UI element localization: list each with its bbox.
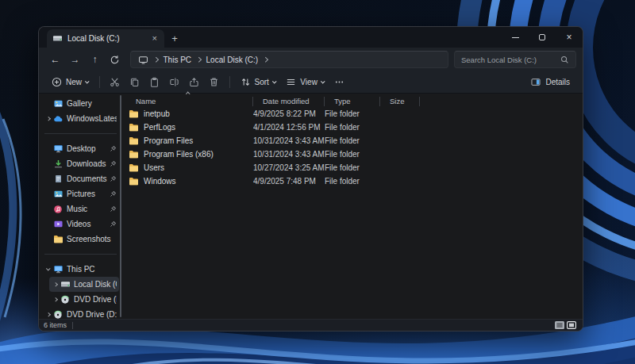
file-row-inetpub[interactable]: inetpub 4/9/2025 8:22 PM File folder [126,107,579,121]
navigation-pane: Gallery WindowsLatest Desktop [39,94,121,319]
file-row-perflogs[interactable]: PerfLogs 4/1/2024 12:56 PM File folder [126,121,579,134]
new-button[interactable]: New [47,74,94,91]
sidebar-item-desktop[interactable]: Desktop [42,141,119,156]
sidebar-item-pictures[interactable]: Pictures [42,186,119,201]
column-header-size[interactable]: Size [380,97,420,106]
pin-icon [109,160,117,167]
sidebar-item-gallery[interactable]: Gallery [42,96,119,111]
view-icon [286,77,296,87]
file-row-program-files[interactable]: Program Files 10/31/2024 3:43 AM File fo… [126,134,579,148]
pin-icon [109,220,117,228]
chevron-right-icon[interactable] [47,117,51,121]
column-header-date-modified[interactable]: Date modified [253,97,325,106]
file-row-program-files-x86[interactable]: Program Files (x86) 10/31/2024 3:43 AM F… [126,148,579,161]
file-row-users[interactable]: Users 10/27/2024 3:25 AM File folder [126,161,579,174]
drive-icon [60,280,71,289]
folder-icon [129,136,139,145]
see-more-button[interactable] [329,74,348,91]
chevron-right-icon[interactable] [54,297,58,301]
column-header-type[interactable]: Type [325,97,380,106]
breadcrumb-local-disk[interactable]: Local Disk (C:) [206,56,259,64]
cut-button[interactable] [106,74,125,91]
details-view-toggle[interactable] [555,321,564,329]
status-bar: 6 items [39,319,583,331]
sidebar-item-local-disk-c[interactable]: Local Disk (C:) [49,277,119,292]
view-button[interactable]: View [281,74,329,91]
dvd-icon [60,295,71,305]
close-button[interactable]: × [556,27,583,48]
maximize-icon [539,34,545,40]
sidebar-item-videos[interactable]: Videos [42,216,119,232]
cut-icon [110,77,120,87]
gallery-icon [52,99,64,108]
folder-icon [129,177,139,186]
paste-button[interactable] [145,74,164,91]
sidebar-item-dvd-drive-root[interactable]: DVD Drive (D:) C [42,307,119,319]
folder-icon [129,123,139,132]
onedrive-icon [52,115,64,123]
more-icon [334,77,344,87]
search-icon [560,56,569,64]
file-date: 10/31/2024 3:43 AM [253,136,325,145]
music-icon [52,205,64,214]
pin-icon [109,190,117,197]
sort-ascending-icon [187,93,190,96]
back-button[interactable]: ← [45,50,65,69]
copy-icon [129,77,140,87]
large-icons-view-toggle[interactable] [567,321,576,329]
sidebar-item-documents[interactable]: Documents [42,171,119,186]
tab-local-disk[interactable]: Local Disk (C:) × [47,29,164,48]
share-button[interactable] [185,74,204,91]
this-pc-icon [138,56,148,64]
sort-button[interactable]: Sort [236,74,281,91]
column-headers: Name Date modified Type Size [126,95,579,107]
details-label: Details [545,78,570,86]
forward-button[interactable]: → [65,50,85,69]
file-name: inetpub [144,109,170,118]
minimize-icon [512,37,519,38]
pin-icon [109,175,117,182]
sidebar-item-downloads[interactable]: Downloads [42,156,119,171]
paste-icon [149,77,160,87]
file-date: 4/1/2024 12:56 PM [253,123,325,132]
file-date: 10/31/2024 3:43 AM [253,150,325,159]
copy-button[interactable] [125,74,144,91]
delete-button[interactable] [205,74,224,91]
chevron-down-icon[interactable] [47,266,51,270]
chevron-down-icon [272,79,276,83]
pin-icon [109,145,117,152]
minimize-button[interactable] [502,27,529,48]
file-name: Program Files (x86) [144,150,214,159]
search-placeholder: Search Local Disk (C:) [461,56,556,64]
dvd-icon [52,310,64,320]
sort-icon [241,77,251,87]
pictures-icon [52,190,64,198]
sidebar-item-this-pc[interactable]: This PC [42,262,119,277]
sidebar-item-screenshots[interactable]: Screenshots [42,232,119,247]
sidebar-item-dvd-drive[interactable]: DVD Drive (D:) [49,292,119,307]
details-pane-button[interactable]: Details [525,74,575,91]
sidebar-item-windowslatest[interactable]: WindowsLatest [42,111,119,126]
up-button[interactable]: ↑ [85,50,105,69]
file-row-windows[interactable]: Windows 4/9/2025 7:48 PM File folder [126,174,579,188]
rename-button[interactable] [165,74,184,91]
item-count: 6 items [44,321,67,329]
new-tab-button[interactable]: + [164,29,185,48]
breadcrumb[interactable]: This PC Local Disk (C:) [130,51,448,68]
file-name: Users [144,163,164,172]
breadcrumb-this-pc[interactable]: This PC [164,56,192,64]
refresh-button[interactable] [105,50,125,69]
tab-close-icon[interactable]: × [151,34,159,43]
maximize-button[interactable] [529,27,556,48]
column-header-name[interactable]: Name [126,97,253,106]
sidebar-label: Desktop [67,144,109,153]
file-type: File folder [325,109,380,118]
chevron-down-icon [321,79,325,83]
chevron-down-icon [85,79,89,83]
file-name: Windows [144,177,176,186]
chevron-right-icon[interactable] [47,312,51,316]
sidebar-label: WindowsLatest [67,114,117,123]
chevron-right-icon[interactable] [54,282,58,286]
sidebar-item-music[interactable]: Music [42,201,119,216]
search-box[interactable]: Search Local Disk (C:) [454,51,576,68]
